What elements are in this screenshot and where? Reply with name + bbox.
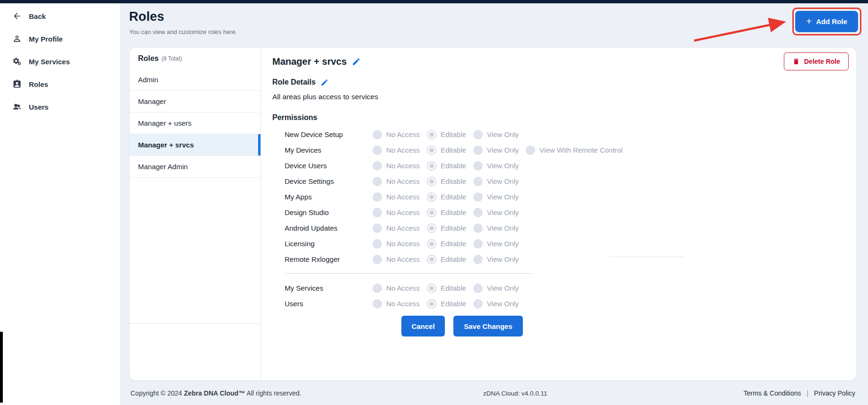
add-role-button[interactable]: + Add Role — [795, 11, 858, 32]
radio-unselected-icon[interactable] — [473, 255, 483, 264]
edit-role-name-button[interactable] — [352, 57, 361, 66]
radio-option-label: View Only — [487, 146, 519, 154]
role-title-row: Manager + srvcs — [272, 54, 856, 69]
radio-unselected-icon[interactable] — [473, 177, 483, 186]
footer-links: Terms & Conditions | Privacy Policy — [744, 389, 855, 397]
radio-unselected-icon[interactable] — [473, 146, 483, 155]
role-list-item[interactable]: Manager + users — [130, 112, 260, 134]
radio-option-no-access[interactable]: No Access — [373, 161, 420, 171]
radio-unselected-icon[interactable] — [373, 224, 382, 233]
radio-option-view-only[interactable]: View Only — [473, 224, 519, 233]
radio-option-no-access[interactable]: No Access — [373, 224, 420, 233]
roles-list-panel: Roles (8 Total) AdminManagerManager + us… — [130, 48, 261, 380]
cancel-button[interactable]: Cancel — [401, 316, 445, 336]
radio-unselected-icon[interactable] — [373, 130, 382, 139]
radio-option-no-access[interactable]: No Access — [373, 255, 420, 264]
role-list-item[interactable]: Manager Admin — [130, 156, 260, 178]
radio-unselected-icon[interactable] — [473, 239, 483, 249]
radio-unselected-icon[interactable] — [373, 208, 382, 217]
radio-unselected-icon[interactable] — [473, 130, 483, 139]
radio-option-editable[interactable]: Editable — [427, 177, 466, 186]
radio-option-no-access[interactable]: No Access — [373, 192, 420, 202]
radio-selected-icon[interactable] — [427, 299, 436, 309]
radio-option-view-only[interactable]: View Only — [473, 161, 519, 171]
radio-option-view-only[interactable]: View Only — [473, 192, 519, 202]
radio-selected-icon[interactable] — [427, 284, 436, 293]
privacy-policy-link[interactable]: Privacy Policy — [814, 389, 855, 397]
radio-unselected-icon[interactable] — [473, 192, 483, 202]
radio-option-editable[interactable]: Editable — [427, 130, 466, 139]
radio-option-view-only[interactable]: View Only — [473, 284, 519, 293]
radio-unselected-icon[interactable] — [473, 284, 483, 293]
radio-option-label: No Access — [386, 162, 420, 170]
radio-unselected-icon[interactable] — [373, 192, 382, 202]
radio-option-editable[interactable]: Editable — [427, 284, 466, 293]
radio-unselected-icon[interactable] — [373, 146, 382, 155]
radio-unselected-icon[interactable] — [373, 255, 382, 264]
permission-label: Design Studio — [285, 208, 373, 216]
radio-selected-icon[interactable] — [427, 161, 436, 171]
radio-unselected-icon[interactable] — [473, 224, 483, 233]
radio-option-label: Editable — [441, 146, 466, 154]
role-list-item[interactable]: Manager — [130, 91, 260, 112]
radio-selected-icon[interactable] — [427, 146, 436, 155]
radio-unselected-icon[interactable] — [373, 299, 382, 309]
radio-option-view-only[interactable]: View Only — [473, 177, 519, 186]
users-icon — [12, 102, 22, 112]
permission-row: My DevicesNo AccessEditableView OnlyView… — [285, 142, 856, 158]
radio-selected-icon[interactable] — [427, 192, 436, 202]
radio-unselected-icon[interactable] — [473, 208, 483, 217]
radio-option-editable[interactable]: Editable — [427, 146, 466, 155]
radio-option-view-only[interactable]: View Only — [473, 299, 519, 309]
radio-option-view-only[interactable]: View Only — [473, 255, 519, 264]
sidebar-item-roles[interactable]: Roles — [0, 73, 120, 95]
radio-option-view-only[interactable]: View Only — [473, 208, 519, 217]
radio-unselected-icon[interactable] — [373, 284, 382, 293]
radio-unselected-icon[interactable] — [473, 161, 483, 171]
radio-selected-icon[interactable] — [427, 130, 436, 139]
radio-option-editable[interactable]: Editable — [427, 239, 466, 249]
sidebar-item-back[interactable]: Back — [0, 5, 120, 27]
radio-option-no-access[interactable]: No Access — [373, 177, 420, 186]
radio-option-editable[interactable]: Editable — [427, 208, 466, 217]
role-list-item[interactable]: Admin — [130, 69, 260, 91]
radio-selected-icon[interactable] — [427, 177, 436, 186]
radio-selected-icon[interactable] — [427, 255, 436, 264]
sidebar-item-my-profile[interactable]: My Profile — [0, 27, 120, 50]
edit-role-details-button[interactable] — [321, 78, 329, 86]
radio-option-label: View Only — [487, 240, 519, 248]
radio-option-no-access[interactable]: No Access — [373, 284, 420, 293]
radio-option-editable[interactable]: Editable — [427, 299, 466, 309]
radio-unselected-icon[interactable] — [526, 146, 535, 155]
sidebar-item-users[interactable]: Users — [0, 95, 120, 118]
radio-option-editable[interactable]: Editable — [427, 161, 466, 171]
radio-unselected-icon[interactable] — [373, 177, 382, 186]
radio-option-no-access[interactable]: No Access — [373, 299, 420, 309]
radio-selected-icon[interactable] — [427, 224, 436, 233]
radio-option-editable[interactable]: Editable — [427, 224, 466, 233]
radio-selected-icon[interactable] — [427, 208, 436, 217]
radio-option-label: No Access — [386, 224, 420, 232]
permission-row: Device UsersNo AccessEditableView Only — [285, 158, 856, 173]
radio-unselected-icon[interactable] — [373, 161, 382, 171]
radio-option-view-with-remote-control[interactable]: View With Remote Control — [526, 146, 623, 155]
delete-role-button[interactable]: Delete Role — [784, 52, 849, 70]
radio-option-no-access[interactable]: No Access — [373, 208, 420, 217]
radio-option-view-only[interactable]: View Only — [473, 130, 519, 139]
radio-option-no-access[interactable]: No Access — [373, 146, 420, 155]
radio-option-no-access[interactable]: No Access — [373, 130, 420, 139]
sidebar-item-my-services[interactable]: My Services — [0, 50, 120, 73]
save-changes-button[interactable]: Save Changes — [453, 316, 523, 336]
role-detail-panel: Manager + srvcs Delete Role Role Details… — [261, 48, 856, 380]
radio-unselected-icon[interactable] — [373, 239, 382, 249]
radio-option-view-only[interactable]: View Only — [473, 146, 519, 155]
radio-option-editable[interactable]: Editable — [427, 192, 466, 202]
radio-unselected-icon[interactable] — [473, 299, 483, 309]
radio-selected-icon[interactable] — [427, 239, 436, 249]
radio-option-view-only[interactable]: View Only — [473, 239, 519, 249]
radio-option-no-access[interactable]: No Access — [373, 239, 420, 249]
role-list-item[interactable]: Manager + srvcs — [130, 134, 260, 156]
radio-option-editable[interactable]: Editable — [427, 255, 466, 264]
terms-conditions-link[interactable]: Terms & Conditions — [744, 389, 801, 397]
permission-label: My Apps — [285, 193, 373, 201]
